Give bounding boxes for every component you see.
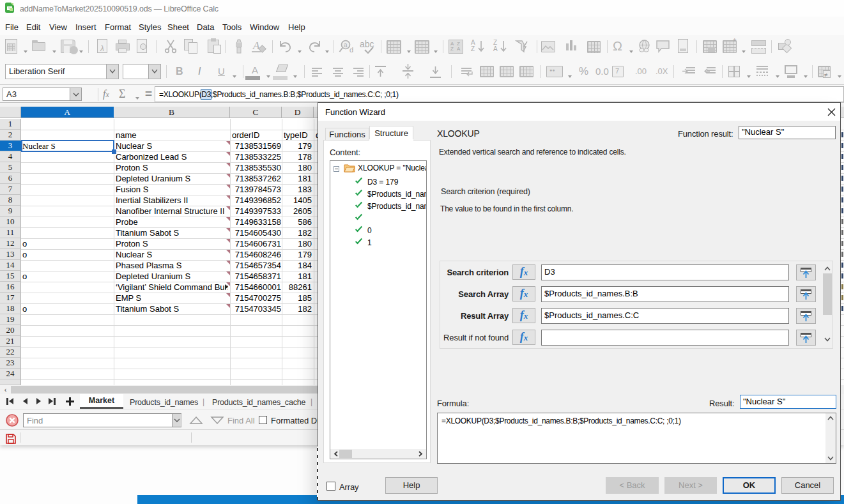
svg-text:a: a — [344, 42, 348, 49]
svg-text:d: d — [349, 46, 353, 54]
